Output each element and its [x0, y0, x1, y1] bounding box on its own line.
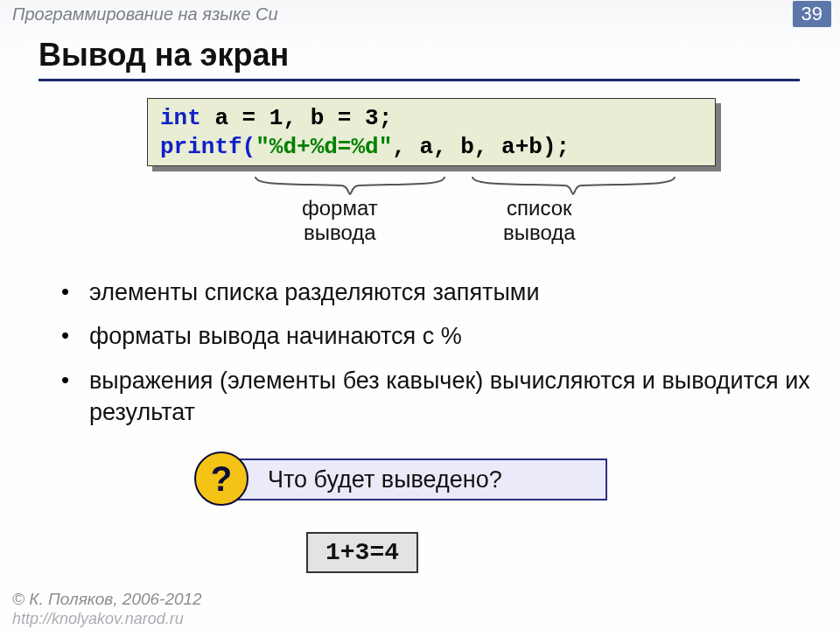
- slide: Программирование на языке Си 39 Вывод на…: [0, 0, 840, 630]
- question-text: Что будет выведено?: [268, 466, 502, 494]
- list-item: выражения (элементы без кавычек) вычисля…: [61, 365, 840, 429]
- header-subject: Программирование на языке Си: [12, 4, 278, 24]
- label-list: список вывода: [503, 196, 576, 244]
- footer-url: http://knolyakov.narod.ru: [12, 610, 184, 628]
- footer-author: © К. Поляков, 2006-2012: [12, 590, 202, 609]
- title-underline: [38, 79, 800, 81]
- code-line1-rest: a = 1, b = 3;: [201, 105, 392, 131]
- code-block: int a = 1, b = 3; printf("%d+%d=%d", a, …: [147, 98, 716, 166]
- code-args: , a, b, a+b);: [392, 134, 570, 160]
- code-box: int a = 1, b = 3; printf("%d+%d=%d", a, …: [147, 98, 716, 166]
- question-mark-icon: ?: [194, 452, 248, 506]
- code-keyword-int: int: [160, 105, 201, 131]
- slide-title: Вывод на экран: [38, 37, 289, 74]
- list-item: элементы списка разделяются запятыми: [61, 276, 840, 308]
- bullet-list: элементы списка разделяются запятыми фор…: [26, 276, 840, 441]
- question-box: Что будет выведено?: [222, 458, 607, 500]
- header-bar: Программирование на языке Си 39: [0, 0, 840, 28]
- underbrace-list-icon: [471, 175, 676, 196]
- page-number-badge: 39: [793, 1, 831, 27]
- code-format-string: "%d+%d=%d": [256, 134, 392, 160]
- list-item: форматы вывода начинаются с %: [61, 320, 840, 352]
- underbrace-format-icon: [254, 175, 446, 196]
- code-keyword-printf: printf(: [160, 134, 256, 160]
- label-format: формат вывода: [302, 196, 378, 244]
- answer-box: 1+3=4: [306, 532, 418, 573]
